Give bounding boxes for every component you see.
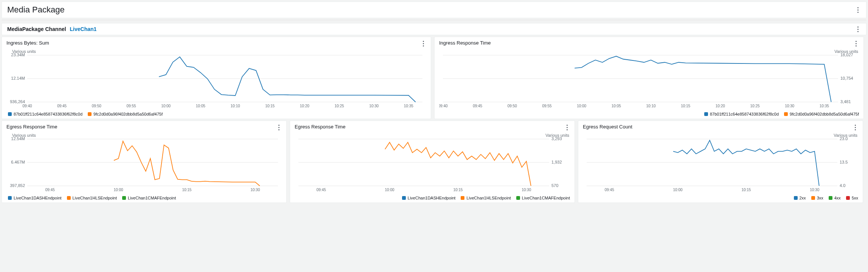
legend-item[interactable]: 9fc2d0d0a96f402dbb8d5a50d6af475f: [88, 112, 163, 116]
legend-item[interactable]: LiveChan1CMAFEndpoint: [516, 196, 570, 200]
page-title: Media Package: [7, 5, 65, 15]
panel-title: Egress Request Count: [583, 124, 632, 130]
legend-label: LiveChan1DASHEndpoint: [14, 196, 62, 200]
panel-menu[interactable]: [853, 40, 859, 47]
legend-item[interactable]: 2xx: [794, 196, 806, 200]
svg-text:10:20: 10:20: [300, 104, 309, 108]
svg-text:18,027: 18,027: [840, 53, 853, 57]
svg-text:12.54M: 12.54M: [11, 136, 25, 141]
legend-swatch: [122, 196, 126, 200]
svg-text:10:25: 10:25: [750, 104, 759, 108]
svg-text:10:10: 10:10: [230, 104, 240, 108]
legend-label: LiveChan1HLSEndpoint: [466, 196, 511, 200]
legend-item[interactable]: 4xx: [829, 196, 841, 200]
svg-text:10:10: 10:10: [646, 104, 655, 108]
page-header: Media Package: [2, 2, 866, 18]
svg-text:10:05: 10:05: [612, 104, 621, 108]
legend-swatch: [67, 196, 71, 200]
svg-text:10:00: 10:00: [577, 104, 586, 108]
svg-text:570: 570: [551, 183, 558, 188]
legend-label: 9fc2d0d0a96f402dbb8d5a50d6af475f: [93, 112, 163, 116]
legend-swatch: [402, 196, 406, 200]
panel-ingress-bytes: Ingress Bytes: Sum Various units23.34M12…: [2, 37, 431, 119]
svg-text:936,264: 936,264: [10, 99, 25, 104]
legend-label: 5xx: [852, 196, 858, 200]
svg-text:10:25: 10:25: [334, 104, 344, 108]
panel-egress-rt-mid: Egress Response Time Various units3,2931…: [290, 121, 575, 203]
svg-text:09:40: 09:40: [439, 104, 448, 108]
svg-text:09:45: 09:45: [317, 188, 326, 192]
legend-swatch: [88, 112, 92, 116]
channel-title: MediaPackage Channel LiveChan1: [7, 26, 96, 32]
panel-egress-rt-left: Egress Response Time Various units12.54M…: [2, 121, 287, 203]
legend-item[interactable]: LiveChan1HLSEndpoint: [67, 196, 117, 200]
legend-ingress-rt: 87b01ff211c64e8587433836f62f8c0d9fc2d0d0…: [439, 110, 859, 116]
chart-ingress-bytes: Various units23.34M12.14M936,26409:4009:…: [6, 48, 426, 110]
svg-text:10:30: 10:30: [250, 188, 260, 192]
legend-item[interactable]: 3xx: [811, 196, 823, 200]
svg-text:10:35: 10:35: [404, 104, 413, 108]
svg-text:1,932: 1,932: [551, 160, 562, 164]
panel-title: Egress Response Time: [6, 124, 57, 130]
legend-label: LiveChan1HLSEndpoint: [73, 196, 117, 200]
channel-header-menu[interactable]: [855, 26, 861, 32]
svg-text:09:50: 09:50: [508, 104, 517, 108]
legend-label: 4xx: [834, 196, 841, 200]
legend-swatch: [461, 196, 464, 200]
legend-label: 9fc2d0d0a96f402dbb8d5a50d6af475f: [790, 112, 859, 116]
svg-text:09:45: 09:45: [57, 104, 67, 108]
panel-menu[interactable]: [852, 124, 858, 131]
svg-text:10:30: 10:30: [369, 104, 379, 108]
chart-egress-rt-mid: Various units3,2931,93257009:4510:0010:1…: [295, 132, 570, 194]
legend-item[interactable]: LiveChan1HLSEndpoint: [461, 196, 511, 200]
svg-text:09:45: 09:45: [605, 188, 614, 192]
legend-item[interactable]: 9fc2d0d0a96f402dbb8d5a50d6af475f: [784, 112, 859, 116]
legend-egress-rt-mid: LiveChan1DASHEndpointLiveChan1HLSEndpoin…: [295, 194, 570, 200]
svg-text:10:15: 10:15: [182, 188, 191, 192]
channel-label: MediaPackage Channel: [7, 26, 66, 32]
svg-text:09:45: 09:45: [473, 104, 482, 108]
legend-label: 87b01ff211c64e8587433836f62f8c0d: [14, 112, 82, 116]
panel-menu[interactable]: [564, 124, 570, 131]
svg-text:10:00: 10:00: [673, 188, 683, 192]
panel-menu[interactable]: [420, 40, 426, 47]
legend-label: LiveChan1CMAFEndpoint: [128, 196, 176, 200]
legend-swatch: [811, 196, 815, 200]
svg-text:10:30: 10:30: [522, 188, 531, 192]
legend-item[interactable]: 87b01ff211c64e8587433836f62f8c0d: [8, 112, 82, 116]
chart-ingress-rt: Various units18,02710,7543,48109:4009:45…: [439, 48, 859, 110]
channel-header: MediaPackage Channel LiveChan1: [2, 23, 866, 35]
svg-text:10:35: 10:35: [820, 104, 829, 108]
legend-label: LiveChan1CMAFEndpoint: [522, 196, 570, 200]
legend-label: 87b01ff211c64e8587433836f62f8c0d: [710, 112, 779, 116]
legend-item[interactable]: LiveChan1CMAFEndpoint: [122, 196, 176, 200]
svg-text:10:15: 10:15: [681, 104, 690, 108]
legend-swatch: [846, 196, 850, 200]
svg-text:10:30: 10:30: [785, 104, 794, 108]
svg-text:09:40: 09:40: [22, 104, 32, 108]
chart-egress-req: Various units23.013.54.009:4510:0010:151…: [583, 132, 858, 194]
channel-link[interactable]: LiveChan1: [70, 26, 97, 32]
svg-text:10:15: 10:15: [265, 104, 275, 108]
svg-text:10:30: 10:30: [810, 188, 819, 192]
legend-egress-rt-left: LiveChan1DASHEndpointLiveChan1HLSEndpoin…: [6, 194, 282, 200]
legend-label: 2xx: [800, 196, 806, 200]
svg-text:4.0: 4.0: [840, 183, 845, 188]
legend-item[interactable]: 87b01ff211c64e8587433836f62f8c0d: [704, 112, 779, 116]
svg-text:10:00: 10:00: [114, 188, 123, 192]
svg-text:13.5: 13.5: [840, 160, 848, 164]
legend-swatch: [516, 196, 520, 200]
legend-item[interactable]: 5xx: [846, 196, 858, 200]
panel-egress-req: Egress Request Count Various units23.013…: [578, 121, 863, 203]
svg-text:10:20: 10:20: [716, 104, 725, 108]
panel-title: Ingress Bytes: Sum: [6, 40, 49, 46]
panel-menu[interactable]: [276, 124, 282, 131]
page-header-menu[interactable]: [855, 6, 861, 13]
legend-label: 3xx: [817, 196, 823, 200]
legend-swatch: [784, 112, 788, 116]
legend-item[interactable]: LiveChan1DASHEndpoint: [402, 196, 456, 200]
legend-swatch: [704, 112, 708, 116]
legend-item[interactable]: LiveChan1DASHEndpoint: [8, 196, 62, 200]
panel-title: Egress Response Time: [295, 124, 345, 130]
svg-text:23.34M: 23.34M: [11, 53, 25, 57]
